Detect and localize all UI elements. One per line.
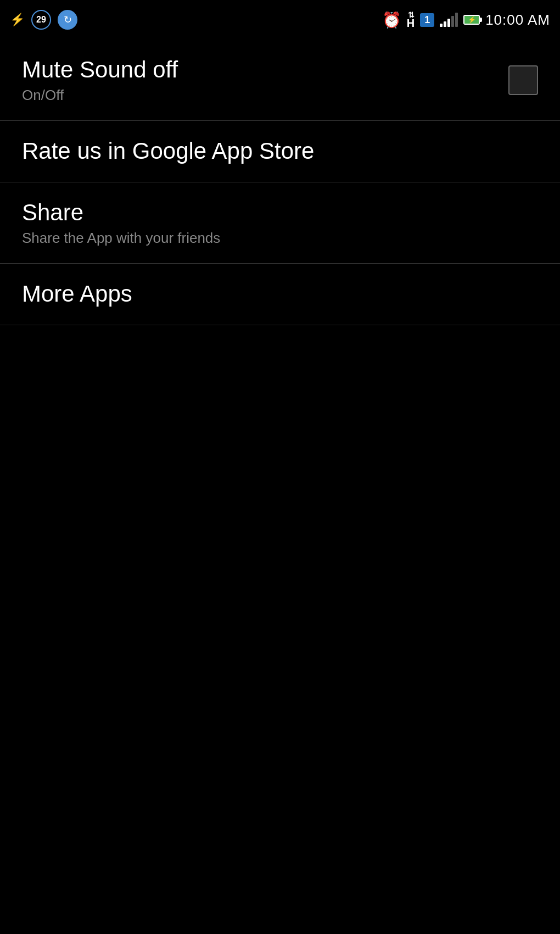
battery-lightning-icon: ⚡: [468, 16, 476, 24]
status-bar-right: ⏰ ⇅ H 1 ⚡ 10:00 AM: [382, 11, 550, 29]
signal-bar-5: [455, 13, 458, 27]
menu-item-mute-content: Mute Sound off On/Off: [22, 56, 178, 104]
status-bar-left: ⚡ 29 ↻: [10, 10, 77, 30]
menu-item-rate-content: Rate us in Google App Store: [22, 137, 314, 165]
menu-item-mute-sound[interactable]: Mute Sound off On/Off: [0, 40, 560, 121]
mute-sound-checkbox[interactable]: [508, 65, 538, 95]
mute-sound-subtitle: On/Off: [22, 87, 178, 104]
menu-item-rate-us[interactable]: Rate us in Google App Store: [0, 121, 560, 182]
signal-bar-2: [444, 21, 446, 27]
usb-icon: ⚡: [10, 13, 25, 27]
menu-item-share[interactable]: Share Share the App with your friends: [0, 182, 560, 264]
notification-badge: 29: [31, 10, 51, 30]
menu-item-more-apps-content: More Apps: [22, 280, 132, 308]
network-badge: 1: [420, 13, 434, 27]
mute-sound-title: Mute Sound off: [22, 56, 178, 84]
refresh-icon: ↻: [58, 10, 77, 30]
signal-bar-1: [440, 24, 443, 27]
signal-bar-4: [451, 16, 454, 27]
menu-item-share-content: Share Share the App with your friends: [22, 199, 220, 247]
alarm-icon: ⏰: [382, 11, 401, 29]
menu-list: Mute Sound off On/Off Rate us in Google …: [0, 40, 560, 325]
battery-fill: ⚡: [464, 16, 479, 24]
share-subtitle: Share the App with your friends: [22, 230, 220, 247]
more-apps-title: More Apps: [22, 280, 132, 308]
menu-item-more-apps[interactable]: More Apps: [0, 264, 560, 325]
status-bar: ⚡ 29 ↻ ⏰ ⇅ H 1 ⚡: [0, 0, 560, 40]
battery-icon: ⚡: [463, 15, 480, 25]
share-title: Share: [22, 199, 220, 226]
status-time: 10:00 AM: [485, 12, 550, 29]
signal-bars: [440, 13, 458, 27]
battery-indicator: ⚡: [463, 15, 480, 25]
network-h-icon: ⇅ H: [407, 12, 415, 27]
signal-bar-3: [447, 19, 450, 27]
rate-us-title: Rate us in Google App Store: [22, 137, 314, 165]
